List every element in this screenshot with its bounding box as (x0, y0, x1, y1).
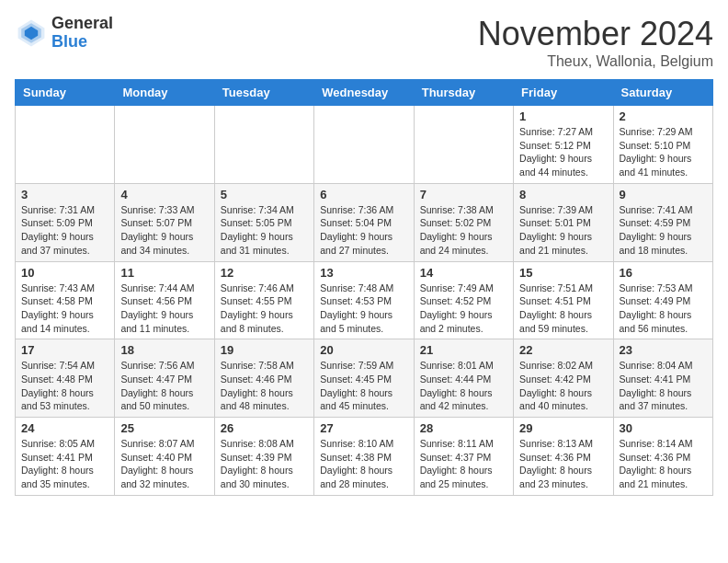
day-number: 28 (420, 421, 507, 435)
calendar-header-row: SundayMondayTuesdayWednesdayThursdayFrid… (16, 80, 713, 106)
calendar-cell: 12Sunrise: 7:46 AM Sunset: 4:55 PM Dayli… (214, 261, 313, 339)
calendar-cell: 29Sunrise: 8:13 AM Sunset: 4:36 PM Dayli… (514, 418, 613, 496)
day-info: Sunrise: 8:10 AM Sunset: 4:38 PM Dayligh… (320, 437, 407, 491)
day-info: Sunrise: 7:31 AM Sunset: 5:09 PM Dayligh… (21, 203, 108, 258)
day-info: Sunrise: 7:41 AM Sunset: 4:59 PM Dayligh… (620, 203, 707, 258)
day-info: Sunrise: 7:34 AM Sunset: 5:05 PM Dayligh… (221, 203, 308, 258)
calendar-cell: 2Sunrise: 7:29 AM Sunset: 5:10 PM Daylig… (613, 106, 712, 184)
day-number: 14 (420, 266, 507, 280)
day-number: 27 (320, 421, 407, 435)
day-number: 10 (21, 266, 108, 280)
day-number: 24 (21, 421, 108, 435)
location-subtitle: Theux, Wallonia, Belgium (478, 53, 713, 70)
day-number: 16 (620, 266, 707, 280)
weekday-header: Monday (115, 80, 214, 106)
calendar-cell: 6Sunrise: 7:36 AM Sunset: 5:04 PM Daylig… (314, 183, 414, 261)
day-number: 13 (320, 266, 407, 280)
day-info: Sunrise: 7:48 AM Sunset: 4:53 PM Dayligh… (320, 282, 407, 336)
page-header: General Blue November 2024 Theux, Wallon… (15, 15, 713, 70)
calendar-cell: 10Sunrise: 7:43 AM Sunset: 4:58 PM Dayli… (16, 261, 115, 339)
day-number: 5 (221, 188, 308, 201)
day-info: Sunrise: 7:33 AM Sunset: 5:07 PM Dayligh… (120, 203, 208, 258)
day-number: 22 (519, 343, 607, 357)
day-number: 21 (420, 343, 507, 357)
calendar-cell: 8Sunrise: 7:39 AM Sunset: 5:01 PM Daylig… (514, 183, 613, 261)
calendar-cell (16, 106, 115, 184)
calendar-cell (214, 106, 313, 184)
logo-text: General Blue (51, 15, 113, 52)
day-number: 23 (620, 343, 707, 357)
calendar-cell: 20Sunrise: 7:59 AM Sunset: 4:45 PM Dayli… (314, 339, 414, 418)
calendar-cell: 16Sunrise: 7:53 AM Sunset: 4:49 PM Dayli… (613, 261, 712, 339)
calendar-cell: 4Sunrise: 7:33 AM Sunset: 5:07 PM Daylig… (115, 183, 214, 261)
day-number: 9 (620, 188, 707, 201)
day-info: Sunrise: 7:38 AM Sunset: 5:02 PM Dayligh… (420, 203, 507, 258)
calendar-cell (115, 106, 214, 184)
month-title: November 2024 (478, 15, 713, 53)
calendar-week-row: 10Sunrise: 7:43 AM Sunset: 4:58 PM Dayli… (16, 261, 713, 339)
logo-general: General (51, 15, 113, 33)
logo-icon (15, 17, 48, 50)
calendar-cell: 19Sunrise: 7:58 AM Sunset: 4:46 PM Dayli… (214, 339, 313, 418)
day-info: Sunrise: 8:01 AM Sunset: 4:44 PM Dayligh… (420, 359, 507, 413)
calendar-cell: 25Sunrise: 8:07 AM Sunset: 4:40 PM Dayli… (115, 418, 214, 496)
calendar-cell: 18Sunrise: 7:56 AM Sunset: 4:47 PM Dayli… (115, 339, 214, 418)
day-info: Sunrise: 8:04 AM Sunset: 4:41 PM Dayligh… (620, 359, 707, 413)
day-info: Sunrise: 7:53 AM Sunset: 4:49 PM Dayligh… (620, 282, 707, 336)
day-info: Sunrise: 7:44 AM Sunset: 4:56 PM Dayligh… (120, 282, 208, 336)
day-number: 12 (221, 266, 308, 280)
calendar-week-row: 3Sunrise: 7:31 AM Sunset: 5:09 PM Daylig… (16, 183, 713, 261)
day-info: Sunrise: 8:07 AM Sunset: 4:40 PM Dayligh… (120, 437, 208, 491)
calendar-week-row: 17Sunrise: 7:54 AM Sunset: 4:48 PM Dayli… (16, 339, 713, 418)
calendar-cell: 15Sunrise: 7:51 AM Sunset: 4:51 PM Dayli… (514, 261, 613, 339)
calendar-cell: 13Sunrise: 7:48 AM Sunset: 4:53 PM Dayli… (314, 261, 414, 339)
day-number: 19 (221, 343, 308, 357)
day-number: 4 (120, 188, 208, 201)
day-info: Sunrise: 7:27 AM Sunset: 5:12 PM Dayligh… (519, 125, 607, 179)
day-number: 30 (620, 421, 707, 435)
calendar-cell: 24Sunrise: 8:05 AM Sunset: 4:41 PM Dayli… (16, 418, 115, 496)
day-number: 29 (519, 421, 607, 435)
day-number: 20 (320, 343, 407, 357)
calendar-cell: 26Sunrise: 8:08 AM Sunset: 4:39 PM Dayli… (214, 418, 313, 496)
calendar-cell: 5Sunrise: 7:34 AM Sunset: 5:05 PM Daylig… (214, 183, 313, 261)
weekday-header: Sunday (16, 80, 115, 106)
day-number: 6 (320, 188, 407, 201)
calendar-cell: 9Sunrise: 7:41 AM Sunset: 4:59 PM Daylig… (613, 183, 712, 261)
calendar-cell: 22Sunrise: 8:02 AM Sunset: 4:42 PM Dayli… (514, 339, 613, 418)
calendar-cell (314, 106, 414, 184)
day-info: Sunrise: 7:36 AM Sunset: 5:04 PM Dayligh… (320, 203, 407, 258)
weekday-header: Friday (514, 80, 613, 106)
day-number: 17 (21, 343, 108, 357)
weekday-header: Tuesday (214, 80, 313, 106)
day-info: Sunrise: 7:58 AM Sunset: 4:46 PM Dayligh… (221, 359, 308, 413)
weekday-header: Saturday (613, 80, 712, 106)
calendar-cell: 7Sunrise: 7:38 AM Sunset: 5:02 PM Daylig… (414, 183, 513, 261)
calendar-cell: 23Sunrise: 8:04 AM Sunset: 4:41 PM Dayli… (613, 339, 712, 418)
day-info: Sunrise: 8:11 AM Sunset: 4:37 PM Dayligh… (420, 437, 507, 491)
day-info: Sunrise: 8:13 AM Sunset: 4:36 PM Dayligh… (519, 437, 607, 491)
day-info: Sunrise: 7:49 AM Sunset: 4:52 PM Dayligh… (420, 282, 507, 336)
day-info: Sunrise: 7:51 AM Sunset: 4:51 PM Dayligh… (519, 282, 607, 336)
day-number: 2 (620, 109, 707, 123)
weekday-header: Wednesday (314, 80, 414, 106)
calendar-week-row: 1Sunrise: 7:27 AM Sunset: 5:12 PM Daylig… (16, 106, 713, 184)
day-number: 18 (120, 343, 208, 357)
day-info: Sunrise: 7:54 AM Sunset: 4:48 PM Dayligh… (21, 359, 108, 413)
weekday-header: Thursday (414, 80, 513, 106)
day-info: Sunrise: 8:02 AM Sunset: 4:42 PM Dayligh… (519, 359, 607, 413)
calendar-table: SundayMondayTuesdayWednesdayThursdayFrid… (15, 79, 713, 496)
day-number: 11 (120, 266, 208, 280)
title-section: November 2024 Theux, Wallonia, Belgium (478, 15, 713, 70)
day-info: Sunrise: 7:59 AM Sunset: 4:45 PM Dayligh… (320, 359, 407, 413)
day-number: 1 (519, 109, 607, 123)
logo: General Blue (15, 15, 113, 52)
day-info: Sunrise: 7:43 AM Sunset: 4:58 PM Dayligh… (21, 282, 108, 336)
calendar-cell: 17Sunrise: 7:54 AM Sunset: 4:48 PM Dayli… (16, 339, 115, 418)
logo-blue: Blue (51, 33, 113, 52)
calendar-cell: 14Sunrise: 7:49 AM Sunset: 4:52 PM Dayli… (414, 261, 513, 339)
day-number: 15 (519, 266, 607, 280)
day-info: Sunrise: 7:39 AM Sunset: 5:01 PM Dayligh… (519, 203, 607, 258)
calendar-week-row: 24Sunrise: 8:05 AM Sunset: 4:41 PM Dayli… (16, 418, 713, 496)
day-info: Sunrise: 7:46 AM Sunset: 4:55 PM Dayligh… (221, 282, 308, 336)
